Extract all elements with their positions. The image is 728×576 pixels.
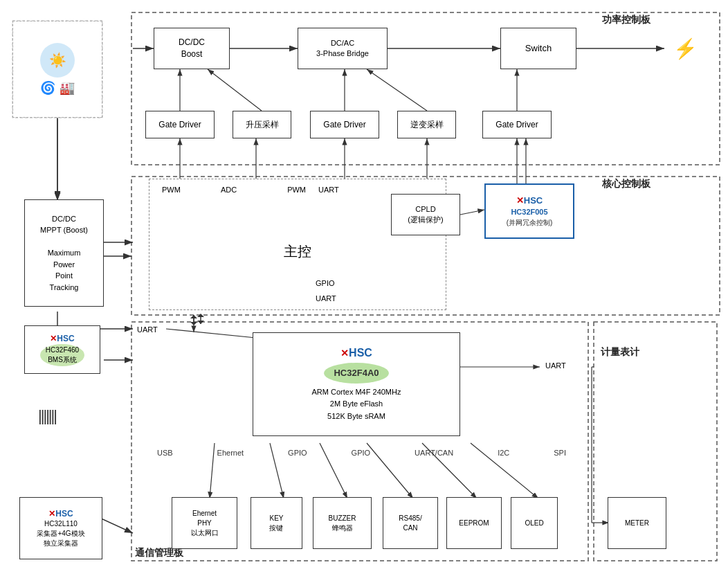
boost-sample-box: 升压采样: [233, 111, 291, 138]
gpio3-label: GPIO: [352, 449, 371, 457]
invert-sample-box: 逆变采样: [397, 111, 456, 138]
power-grid-icon: ⚡: [664, 28, 706, 69]
hc32f4a0-specs: ARM Cortex M4F 240MHz2M Byte eFlash512K …: [312, 386, 401, 423]
meter-label: METER: [625, 519, 649, 528]
cpld-label: CPLD(逻辑保护): [408, 204, 443, 226]
power-board-label: 功率控制板: [602, 14, 650, 26]
svg-line-46: [104, 48, 154, 228]
i2c-label: I2C: [498, 449, 509, 457]
uart-meter-label: UART: [545, 361, 566, 370]
hc32l110-box: ✕HSC HC32L110采集器+4G模块独立采集器: [19, 497, 102, 559]
switch-label: Switch: [525, 42, 552, 55]
usb-label: USB: [157, 449, 173, 457]
hc32f460-box: ✕HSC HC32F460BMS系统: [24, 325, 100, 374]
hc32f4a0-chip-label: HC32F4A0: [324, 363, 388, 384]
hc32l110-xhsc-logo: ✕HSC: [48, 508, 73, 520]
core-board-label: 核心控制板: [602, 178, 650, 190]
wind-icon: 🌀: [40, 80, 55, 96]
key-label: KEY按键: [269, 514, 283, 533]
bms-signal-icon: |||||||: [38, 407, 56, 425]
hc32f4a0-xhsc-logo: ✕HSC: [340, 345, 372, 361]
svg-line-13: [208, 69, 262, 111]
rs485-box: RS485/CAN: [383, 497, 438, 549]
meter-label: 计量表计: [601, 346, 639, 359]
gate-driver-1-label: Gate Driver: [158, 119, 201, 131]
hc32l110-label: HC32L110采集器+4G模块独立采集器: [37, 519, 84, 548]
dc-ac-bridge-box: DC/AC3-Phase Bridge: [298, 28, 388, 69]
cpld-box: CPLD(逻辑保护): [391, 194, 460, 235]
svg-marker-41: [190, 322, 197, 325]
dc-ac-label: DC/AC3-Phase Bridge: [316, 38, 369, 60]
hc32f4a0-box: ✕HSC HC32F4A0 ARM Cortex M4F 240MHz2M By…: [253, 332, 460, 436]
spi-label: SPI: [554, 449, 566, 457]
energy-source-area: ☀️ 🌀 🏭: [12, 21, 102, 118]
oled-box: OLED: [511, 497, 558, 549]
pwm1-label: PWM: [162, 185, 181, 195]
svg-line-14: [367, 69, 427, 111]
svg-marker-40: [190, 315, 197, 318]
gpio-uart-labels: GPIO: [149, 278, 446, 289]
dc-mppt-label: DC/DCMPPT (Boost)MaximumPowerPointTracki…: [40, 213, 88, 294]
diagram-container: 功率控制板 核心控制板 通信管理板 计量表计 ☀️ 🌀 🏭 ⚡ DC/DC Bo…: [0, 0, 728, 576]
hc32f460-inner: HC32F460BMS系统: [40, 344, 84, 366]
eeprom-label: EEPROM: [459, 519, 489, 528]
boost-sample-label: 升压采样: [246, 119, 279, 131]
rs485-label: RS485/CAN: [399, 514, 421, 533]
eeprom-box: EEPROM: [446, 497, 502, 549]
svg-marker-52: [197, 321, 204, 324]
eth-phy-box: EhernetPHY以太网口: [172, 497, 237, 549]
uart-can-label: UART/CAN: [415, 449, 453, 457]
gate-driver-2-box: Gate Driver: [310, 111, 379, 138]
gpio2-label: GPIO: [288, 449, 307, 457]
hc32f005-box: ✕HSC HC32F005(并网冗余控制): [484, 183, 574, 239]
gate-driver-3-box: Gate Driver: [482, 111, 552, 138]
hc32f460-xhsc-logo: ✕HSC: [50, 333, 74, 345]
buzzer-box: BUZZER蜂鸣器: [313, 497, 372, 549]
solar-icon: ☀️: [40, 43, 75, 78]
dc-dc-boost-box: DC/DC Boost: [154, 28, 230, 69]
ethernet-label: Ehernet: [217, 449, 244, 457]
buzzer-label: BUZZER蜂鸣器: [329, 514, 356, 533]
hc32f005-label: HC32F005(并网冗余控制): [507, 207, 553, 228]
dc-mppt-box: DC/DCMPPT (Boost)MaximumPowerPointTracki…: [24, 199, 104, 307]
hc32f005-xhsc-logo: ✕HSC: [516, 195, 543, 207]
meter-box: METER: [608, 497, 666, 549]
key-box: KEY按键: [251, 497, 302, 549]
main-ctrl-label: 主控: [284, 242, 311, 261]
gate-driver-3-label: Gate Driver: [495, 119, 538, 131]
gate-driver-2-label: Gate Driver: [323, 119, 365, 131]
uart-label-bottom: UART: [149, 294, 446, 304]
comm-interface-labels: USB Ehernet GPIO GPIO UART/CAN I2C SPI: [135, 449, 588, 457]
adc-label: ADC: [221, 185, 237, 195]
pwm2-label: PWM: [287, 185, 306, 195]
eth-phy-label: EhernetPHY以太网口: [191, 509, 219, 538]
svg-line-21: [460, 210, 484, 215]
factory-icon: 🏭: [60, 80, 75, 96]
switch-box: XHSC Switch: [500, 28, 576, 69]
svg-line-42: [104, 48, 131, 228]
oled-label: OLED: [525, 519, 543, 528]
gpio-label: GPIO: [316, 278, 335, 289]
svg-marker-51: [197, 314, 204, 317]
uart-comm-label: UART: [137, 325, 158, 334]
gate-driver-1-box: Gate Driver: [145, 111, 215, 138]
invert-sample-label: 逆变采样: [410, 119, 444, 131]
uart-label2: UART: [316, 294, 336, 304]
uart-label1: UART: [318, 185, 339, 195]
